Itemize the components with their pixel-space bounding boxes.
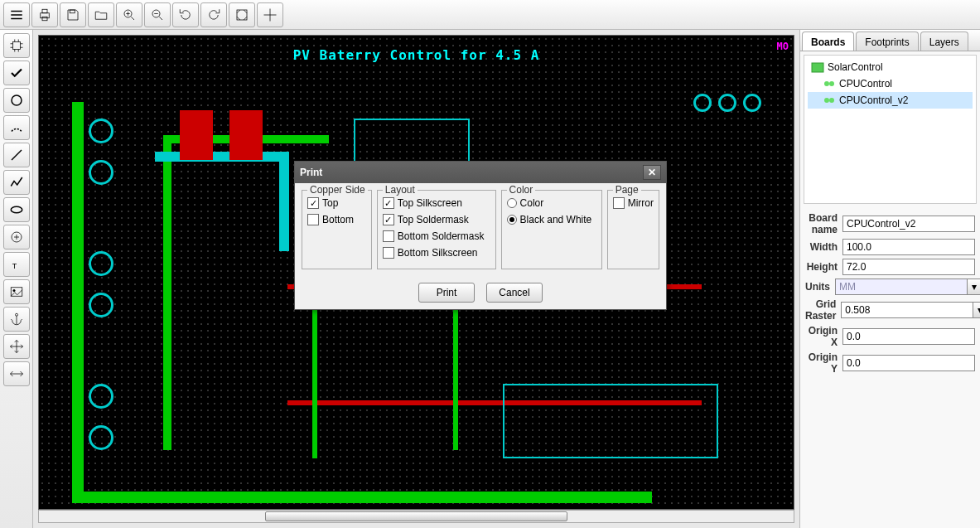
tab-layers[interactable]: Layers bbox=[920, 31, 968, 51]
canvas-area: PV Baterry Control for 4.5 A MO bbox=[33, 30, 799, 528]
dialog-cancel-button[interactable]: Cancel bbox=[486, 283, 543, 303]
tab-boards[interactable]: Boards bbox=[802, 31, 854, 51]
fit-button[interactable] bbox=[229, 2, 255, 27]
resize-h-tool[interactable] bbox=[3, 361, 30, 386]
svg-rect-1 bbox=[42, 9, 47, 13]
left-toolbar: T bbox=[0, 30, 33, 528]
svg-rect-15 bbox=[812, 63, 823, 72]
ellipse-tool[interactable] bbox=[3, 197, 30, 222]
top-silkscreen-checkbox[interactable] bbox=[383, 197, 394, 209]
height-input[interactable] bbox=[842, 259, 975, 275]
image-tool[interactable] bbox=[3, 279, 30, 304]
line-tool[interactable] bbox=[3, 143, 30, 167]
svg-point-14 bbox=[15, 313, 17, 316]
corner-label: MO bbox=[777, 41, 789, 52]
top-checkbox[interactable] bbox=[307, 197, 319, 209]
add-circle-tool[interactable] bbox=[3, 225, 30, 249]
svg-point-17 bbox=[829, 81, 834, 86]
folder-icon bbox=[811, 61, 824, 74]
top-toolbar bbox=[0, 0, 980, 30]
svg-rect-0 bbox=[41, 12, 50, 17]
color-legend: Color bbox=[507, 184, 536, 196]
horizontal-scrollbar[interactable] bbox=[38, 510, 794, 523]
open-button[interactable] bbox=[88, 2, 114, 27]
mirror-checkbox[interactable] bbox=[613, 197, 625, 209]
svg-rect-2 bbox=[42, 17, 47, 21]
bw-radio[interactable] bbox=[507, 215, 517, 225]
svg-point-16 bbox=[824, 81, 829, 86]
zoom-in-button[interactable] bbox=[116, 2, 142, 27]
circle-tool[interactable] bbox=[3, 88, 30, 113]
svg-rect-3 bbox=[70, 10, 75, 13]
dialog-print-button[interactable]: Print bbox=[418, 283, 475, 303]
close-icon[interactable]: ✕ bbox=[643, 165, 661, 180]
bottom-silkscreen-checkbox[interactable] bbox=[383, 247, 394, 259]
move-tool[interactable] bbox=[3, 334, 30, 359]
board-tree[interactable]: SolarControl CPUControl CPUControl_v2 bbox=[804, 55, 977, 204]
polyline-tool[interactable] bbox=[3, 170, 30, 195]
check-tool[interactable] bbox=[3, 61, 30, 85]
properties-panel: Board name Width Height Units ▾ Grid Ras… bbox=[800, 207, 980, 383]
chip-tool[interactable] bbox=[3, 33, 30, 58]
tabs: Boards Footprints Layers bbox=[800, 30, 980, 51]
rotate-ccw-button[interactable] bbox=[172, 2, 199, 27]
copper-side-legend: Copper Side bbox=[307, 184, 368, 196]
board-title: PV Baterry Control for 4.5 A bbox=[293, 47, 540, 63]
color-radio[interactable] bbox=[507, 198, 517, 208]
dialog-title: Print bbox=[300, 167, 322, 178]
width-input[interactable] bbox=[842, 239, 975, 255]
chevron-down-icon[interactable]: ▾ bbox=[967, 279, 980, 295]
main-area: T PV Baterry Control for 4.5 A MO bbox=[0, 30, 980, 528]
right-panel: Boards Footprints Layers SolarControl CP… bbox=[799, 30, 980, 528]
bottom-checkbox[interactable] bbox=[307, 214, 319, 225]
board-icon bbox=[823, 94, 836, 107]
zoom-out-button[interactable] bbox=[144, 2, 171, 27]
rotate-cw-button[interactable] bbox=[200, 2, 227, 27]
units-input[interactable] bbox=[835, 279, 967, 295]
svg-point-19 bbox=[829, 98, 834, 103]
layout-legend: Layout bbox=[383, 184, 418, 196]
board-name-input[interactable] bbox=[842, 216, 975, 232]
print-dialog: Print ✕ Copper Side Top Bottom Layout To… bbox=[294, 161, 667, 310]
origin-x-input[interactable] bbox=[842, 328, 975, 345]
anchor-tool[interactable] bbox=[3, 307, 30, 332]
top-soldermask-checkbox[interactable] bbox=[383, 214, 394, 225]
text-tool[interactable]: T bbox=[3, 252, 30, 277]
origin-y-input[interactable] bbox=[842, 355, 975, 371]
svg-rect-7 bbox=[12, 42, 20, 50]
svg-point-9 bbox=[11, 206, 22, 213]
tree-item-selected[interactable]: CPUControl_v2 bbox=[808, 92, 973, 109]
tree-item[interactable]: CPUControl bbox=[808, 75, 973, 92]
tab-footprints[interactable]: Footprints bbox=[856, 31, 918, 51]
dialog-titlebar[interactable]: Print ✕ bbox=[295, 162, 666, 183]
chevron-down-icon[interactable]: ▾ bbox=[973, 302, 980, 318]
crosshair-button[interactable] bbox=[257, 2, 283, 27]
print-button[interactable] bbox=[31, 2, 58, 27]
tree-root[interactable]: SolarControl bbox=[808, 59, 973, 75]
board-icon bbox=[823, 77, 836, 90]
svg-point-8 bbox=[12, 95, 22, 105]
svg-text:T: T bbox=[12, 262, 17, 270]
bottom-soldermask-checkbox[interactable] bbox=[383, 230, 394, 242]
svg-point-13 bbox=[12, 289, 15, 292]
save-button[interactable] bbox=[60, 2, 86, 27]
arc-tool[interactable] bbox=[3, 115, 30, 140]
grid-raster-input[interactable] bbox=[841, 302, 973, 318]
menu-button[interactable] bbox=[3, 2, 30, 27]
svg-point-18 bbox=[824, 98, 829, 103]
page-legend: Page bbox=[613, 184, 641, 196]
